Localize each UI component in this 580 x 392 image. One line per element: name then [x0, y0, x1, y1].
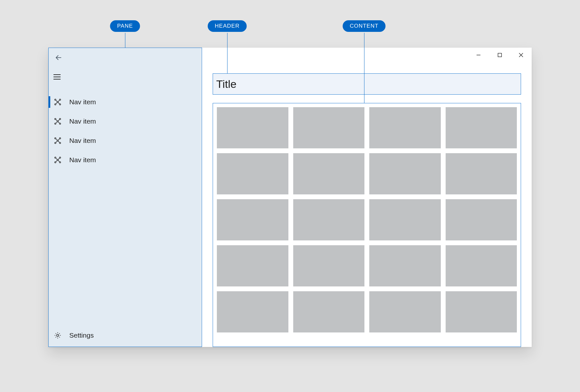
- content-tile[interactable]: [369, 245, 441, 286]
- svg-line-33: [56, 158, 57, 160]
- nav-item-label: Nav item: [69, 137, 96, 145]
- content-region: [213, 103, 521, 347]
- content-tile[interactable]: [369, 153, 441, 194]
- content-tile[interactable]: [446, 199, 517, 240]
- back-button[interactable]: [53, 52, 64, 63]
- svg-point-21: [59, 138, 61, 139]
- content-tile[interactable]: [369, 291, 441, 332]
- close-button[interactable]: [510, 48, 532, 62]
- content-tile[interactable]: [293, 153, 365, 194]
- nav-item[interactable]: Nav item: [49, 150, 202, 170]
- svg-point-4: [55, 104, 56, 105]
- content-tile[interactable]: [293, 107, 365, 148]
- svg-point-1: [57, 101, 58, 103]
- content-tile[interactable]: [446, 107, 517, 148]
- main-region: Title: [202, 48, 532, 347]
- nav-item-icon: [53, 98, 62, 107]
- minimize-icon: [476, 53, 481, 57]
- svg-point-10: [57, 121, 58, 122]
- nav-item[interactable]: Nav item: [49, 131, 202, 150]
- content-tile[interactable]: [293, 245, 365, 286]
- content-tile[interactable]: [446, 245, 517, 286]
- svg-line-18: [58, 122, 60, 123]
- callout-pane: PANE: [110, 20, 140, 32]
- svg-point-13: [55, 123, 56, 124]
- app-window: Nav item Nav item Nav it: [48, 48, 532, 347]
- svg-point-3: [59, 99, 61, 100]
- nav-item-label: Nav item: [69, 156, 96, 164]
- svg-line-16: [58, 120, 60, 121]
- content-tile[interactable]: [217, 291, 288, 332]
- navigation-pane: Nav item Nav item Nav it: [48, 48, 202, 347]
- svg-point-29: [55, 157, 56, 158]
- svg-line-17: [56, 122, 57, 123]
- svg-line-15: [56, 120, 57, 121]
- content-grid: [217, 107, 517, 343]
- svg-point-23: [59, 142, 61, 144]
- svg-line-24: [56, 139, 57, 140]
- nav-item[interactable]: Nav item: [49, 112, 202, 131]
- svg-rect-39: [498, 53, 502, 57]
- svg-point-12: [59, 118, 61, 120]
- back-arrow-icon: [55, 54, 63, 61]
- settings-item[interactable]: Settings: [49, 324, 202, 347]
- header-region: Title: [213, 73, 521, 95]
- svg-line-27: [58, 141, 60, 143]
- svg-line-26: [56, 141, 57, 143]
- close-icon: [519, 53, 523, 57]
- svg-point-14: [59, 123, 61, 124]
- svg-point-22: [55, 142, 56, 144]
- maximize-button[interactable]: [489, 48, 510, 62]
- svg-point-2: [55, 99, 56, 100]
- callout-content: CONTENT: [343, 20, 385, 32]
- svg-line-6: [56, 100, 57, 102]
- svg-line-25: [58, 139, 60, 140]
- svg-point-20: [55, 138, 56, 139]
- page-title: Title: [216, 78, 237, 90]
- nav-item-icon: [53, 117, 62, 126]
- content-tile[interactable]: [293, 199, 365, 240]
- content-tile[interactable]: [446, 291, 517, 332]
- svg-line-34: [58, 158, 60, 160]
- nav-item-icon: [53, 155, 62, 164]
- svg-point-32: [59, 162, 61, 163]
- svg-line-36: [58, 161, 60, 162]
- callout-header: HEADER: [208, 20, 247, 32]
- nav-item[interactable]: Nav item: [49, 92, 202, 112]
- svg-line-35: [56, 161, 57, 162]
- nav-item-label: Nav item: [69, 117, 96, 125]
- content-tile[interactable]: [217, 153, 288, 194]
- svg-point-30: [59, 157, 61, 158]
- nav-item-label: Nav item: [69, 98, 96, 106]
- settings-label: Settings: [69, 331, 94, 339]
- content-tile[interactable]: [293, 291, 365, 332]
- svg-line-8: [56, 103, 57, 104]
- content-tile[interactable]: [217, 199, 288, 240]
- svg-line-7: [58, 100, 60, 102]
- svg-line-9: [58, 103, 60, 104]
- svg-point-37: [57, 334, 59, 336]
- gear-icon: [53, 331, 62, 340]
- svg-point-31: [55, 162, 56, 163]
- content-tile[interactable]: [217, 107, 288, 148]
- window-controls: [468, 48, 532, 62]
- svg-point-5: [59, 104, 61, 105]
- hamburger-button[interactable]: [53, 72, 63, 81]
- maximize-icon: [498, 53, 502, 57]
- svg-point-11: [55, 118, 56, 120]
- content-tile[interactable]: [369, 199, 441, 240]
- nav-list: Nav item Nav item Nav it: [49, 87, 202, 324]
- content-tile[interactable]: [217, 245, 288, 286]
- content-tile[interactable]: [446, 153, 517, 194]
- content-tile[interactable]: [369, 107, 441, 148]
- svg-point-19: [57, 140, 58, 141]
- nav-item-icon: [53, 136, 62, 145]
- minimize-button[interactable]: [468, 48, 489, 62]
- svg-point-28: [57, 159, 58, 161]
